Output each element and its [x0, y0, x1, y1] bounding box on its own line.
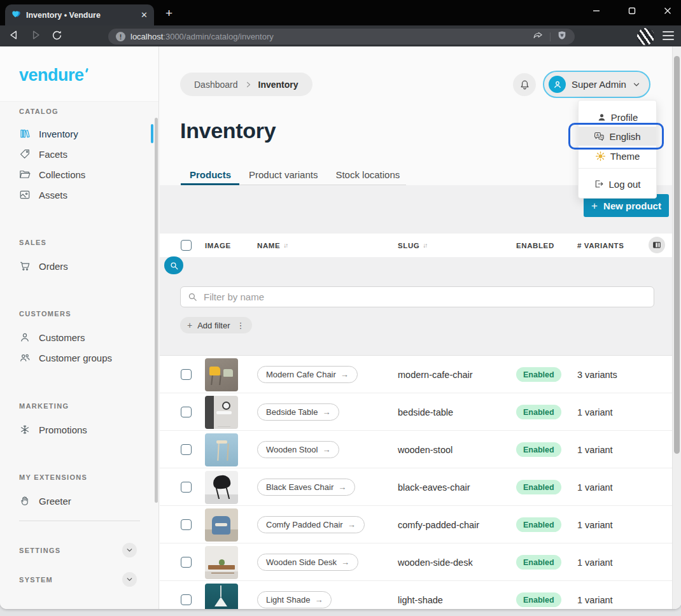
product-slug: modern-cafe-chair	[398, 356, 473, 393]
tab-stock-locations[interactable]: Stock locations	[326, 166, 409, 183]
row-checkbox[interactable]	[181, 369, 192, 380]
reload-button[interactable]	[51, 29, 63, 44]
product-name-link[interactable]: Light Shade→	[257, 591, 332, 608]
add-filter-button[interactable]: + Add filter ⋮	[180, 317, 252, 333]
section-label-marketing: MARKETING	[19, 402, 69, 410]
sidebar-item-inventory[interactable]: Inventory	[10, 124, 145, 143]
browser-profile-avatar[interactable]	[637, 28, 654, 45]
hand-icon	[19, 495, 31, 507]
back-button[interactable]	[8, 29, 20, 44]
chevron-down-icon	[125, 546, 134, 554]
browser-tab-bar: Inventory • Vendure ✕ +	[0, 0, 681, 25]
search-icon	[187, 291, 198, 305]
sidebar-item-promotions[interactable]: Promotions	[10, 420, 145, 439]
cart-icon	[19, 260, 31, 272]
site-info-icon[interactable]: !	[116, 32, 125, 41]
sort-icon[interactable]: ↓↑	[423, 242, 426, 249]
settings-expand-button[interactable]	[122, 543, 137, 557]
sidebar-item-customers[interactable]: Customers	[10, 328, 145, 347]
search-toggle-button[interactable]	[164, 256, 183, 274]
status-badge: Enabled	[516, 592, 561, 607]
vendure-admin-app: vendure CATALOG Inventory Facets Collect…	[0, 46, 681, 609]
product-name-link[interactable]: Wooden Stool→	[257, 441, 339, 458]
table-row[interactable]: Black Eaves Chair→ black-eaves-chair Ena…	[160, 468, 672, 506]
section-label-customers: CUSTOMERS	[19, 310, 71, 318]
menu-item-label: Log out	[608, 179, 640, 190]
tag-icon	[19, 148, 31, 160]
status-badge: Enabled	[516, 480, 561, 494]
breadcrumb: Dashboard Inventory	[180, 73, 312, 96]
row-checkbox[interactable]	[181, 594, 192, 605]
forward-button[interactable]	[29, 29, 42, 44]
sidebar-item-label: Facets	[39, 149, 67, 160]
column-header-slug[interactable]: SLUG↓↑	[398, 234, 426, 257]
close-window-button[interactable]	[658, 2, 677, 20]
new-tab-button[interactable]: +	[165, 7, 172, 19]
row-checkbox[interactable]	[181, 444, 192, 455]
url-host: localhost	[130, 32, 163, 41]
sidebar-item-facets[interactable]: Facets	[10, 144, 145, 164]
product-slug: wooden-stool	[398, 431, 453, 468]
product-slug: wooden-side-desk	[398, 543, 473, 581]
sidebar: vendure CATALOG Inventory Facets Collect…	[0, 46, 159, 609]
product-name-link[interactable]: Modern Cafe Chair→	[257, 366, 358, 383]
sort-icon[interactable]: ↓↑	[283, 242, 287, 249]
sidebar-item-label: Greeter	[39, 496, 71, 507]
kebab-menu-icon[interactable]: ⋮	[235, 321, 245, 330]
breadcrumb-dashboard-link[interactable]: Dashboard	[194, 80, 238, 90]
svg-text:A: A	[596, 132, 599, 136]
main-content: Dashboard Inventory Super Admin Profile	[160, 46, 681, 609]
share-icon[interactable]	[533, 30, 544, 43]
plus-icon: +	[187, 320, 192, 330]
product-name-link[interactable]: Comfy Padded Chair→	[257, 516, 365, 533]
sidebar-item-assets[interactable]: Assets	[10, 185, 145, 204]
product-name-link[interactable]: Black Eaves Chair→	[257, 479, 355, 496]
filter-input[interactable]	[180, 286, 654, 307]
table-row[interactable]: Light Shade→ light-shade Enabled 1 varia…	[160, 581, 672, 609]
vendure-logo[interactable]: vendure	[19, 66, 84, 85]
menu-item-logout[interactable]: Log out	[579, 174, 656, 193]
search-icon	[169, 261, 179, 270]
page-scrollbar[interactable]	[672, 46, 681, 609]
notifications-button[interactable]	[513, 73, 536, 96]
tab-products[interactable]: Products	[181, 166, 240, 183]
row-checkbox[interactable]	[181, 407, 192, 417]
variant-count: 1 variant	[577, 468, 613, 506]
url-bar[interactable]: ! localhost:3000/admin/catalog/inventory	[108, 29, 575, 45]
status-badge: Enabled	[516, 442, 561, 457]
variant-count: 1 variant	[577, 581, 613, 609]
sidebar-item-customer-groups[interactable]: Customer groups	[10, 348, 145, 367]
table-row[interactable]: Modern Cafe Chair→ modern-cafe-chair Ena…	[160, 356, 672, 393]
product-name-link[interactable]: Wooden Side Desk→	[257, 554, 358, 571]
tab-product-variants[interactable]: Product variants	[240, 166, 326, 183]
table-row[interactable]: Wooden Side Desk→ wooden-side-desk Enabl…	[160, 543, 672, 581]
user-menu-button[interactable]: Super Admin	[543, 71, 650, 98]
maximize-button[interactable]	[622, 2, 642, 20]
sidebar-item-collections[interactable]: Collections	[10, 165, 145, 184]
column-settings-button[interactable]	[649, 237, 665, 253]
table-row[interactable]: Wooden Stool→ wooden-stool Enabled 1 var…	[160, 431, 672, 468]
row-checkbox[interactable]	[181, 519, 192, 530]
menu-item-language[interactable]: Aあ English	[579, 127, 656, 146]
row-checkbox[interactable]	[181, 557, 192, 568]
product-name-link[interactable]: Bedside Table→	[257, 403, 339, 421]
table-row[interactable]: Bedside Table→ bedside-table Enabled 1 v…	[160, 393, 672, 431]
column-header-name[interactable]: NAME↓↑	[257, 234, 287, 257]
brave-shield-icon[interactable]	[557, 30, 567, 43]
sidebar-item-orders[interactable]: Orders	[10, 256, 145, 276]
sidebar-item-greeter[interactable]: Greeter	[10, 491, 145, 510]
row-checkbox[interactable]	[181, 482, 192, 493]
product-thumbnail	[205, 584, 238, 609]
menu-item-theme[interactable]: Theme	[579, 146, 656, 165]
sidebar-scrollbar[interactable]	[155, 118, 158, 503]
minimize-button[interactable]	[587, 2, 606, 20]
scrollbar-thumb[interactable]	[674, 56, 680, 454]
tab-close-icon[interactable]: ✕	[141, 11, 148, 19]
table-row[interactable]: Comfy Padded Chair→ comfy-padded-chair E…	[160, 506, 672, 543]
browser-tab[interactable]: Inventory • Vendure ✕	[5, 4, 154, 25]
system-expand-button[interactable]	[122, 572, 137, 587]
menu-item-profile[interactable]: Profile	[579, 108, 656, 127]
page-title: Inventory	[180, 118, 276, 143]
browser-menu-icon[interactable]	[663, 31, 674, 40]
select-all-checkbox[interactable]	[181, 240, 192, 251]
